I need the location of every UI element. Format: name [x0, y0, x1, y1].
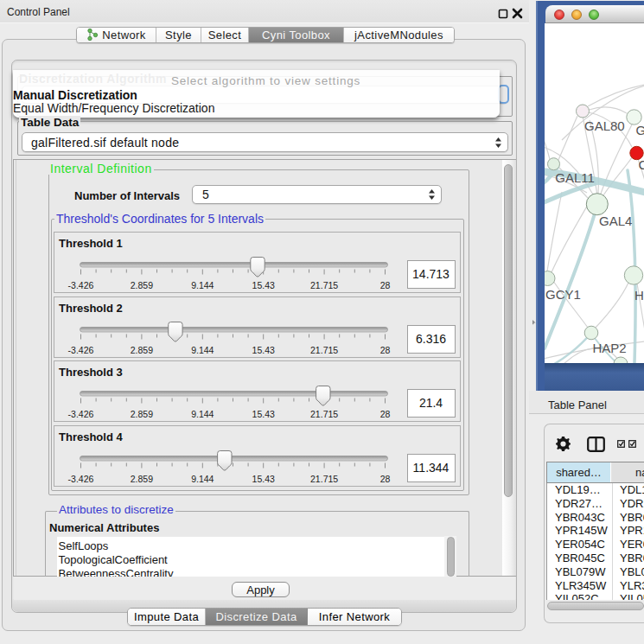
svg-text:H: H	[634, 288, 644, 303]
svg-text:GAL4: GAL4	[599, 214, 632, 228]
svg-text:GA: GA	[636, 123, 644, 137]
svg-text:15.43: 15.43	[252, 345, 274, 355]
svg-text:9.144: 9.144	[191, 409, 214, 419]
svg-text:21.715: 21.715	[310, 474, 338, 484]
svg-text:C: C	[639, 157, 644, 172]
svg-text:GCY1: GCY1	[545, 287, 581, 302]
svg-text:2.859: 2.859	[130, 345, 152, 355]
svg-text:9.144: 9.144	[191, 345, 214, 355]
svg-text:9.144: 9.144	[191, 280, 214, 290]
svg-text:GAL80: GAL80	[584, 118, 625, 133]
svg-text:-3.426: -3.426	[67, 345, 93, 355]
svg-text:9.144: 9.144	[191, 474, 214, 484]
svg-text:2.859: 2.859	[130, 280, 152, 290]
svg-text:-3.426: -3.426	[67, 280, 93, 290]
svg-text:-3.426: -3.426	[67, 409, 93, 419]
svg-text:28: 28	[379, 280, 390, 290]
svg-text:2.859: 2.859	[130, 409, 152, 419]
svg-text:2.859: 2.859	[130, 474, 152, 484]
svg-text:28: 28	[379, 409, 390, 419]
svg-text:15.43: 15.43	[252, 474, 274, 484]
svg-text:21.715: 21.715	[310, 409, 338, 419]
svg-text:HAP2: HAP2	[592, 341, 626, 355]
svg-text:15.43: 15.43	[252, 409, 274, 419]
svg-text:28: 28	[379, 474, 390, 484]
svg-text:21.715: 21.715	[310, 280, 338, 290]
svg-text:15.43: 15.43	[252, 280, 274, 290]
svg-text:28: 28	[379, 345, 390, 355]
svg-text:-3.426: -3.426	[67, 474, 93, 484]
svg-text:21.715: 21.715	[310, 345, 338, 355]
svg-text:GAL11: GAL11	[555, 170, 595, 185]
